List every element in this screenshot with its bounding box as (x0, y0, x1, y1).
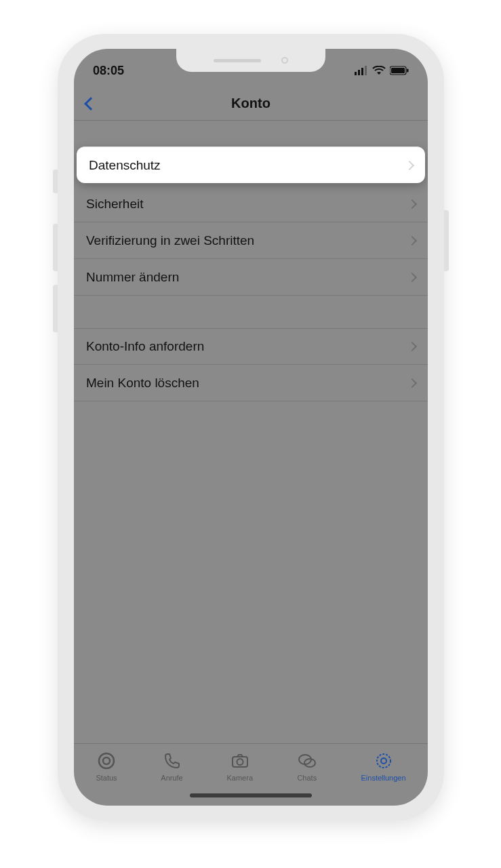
settings-list: DatenschutzSicherheitVerifizierung in zw… (74, 146, 428, 401)
row-konto-loeschen[interactable]: Mein Konto löschen (74, 365, 428, 401)
tab-chats[interactable]: Chats (297, 751, 317, 782)
volume-up-button (53, 224, 58, 271)
svg-point-7 (99, 753, 114, 768)
power-button (444, 210, 449, 271)
battery-icon (390, 66, 409, 75)
chevron-right-icon (407, 235, 417, 245)
tab-kamera[interactable]: Kamera (226, 751, 253, 782)
phone-frame: 08:05 Konto DatenschutzSicherheitVerifiz… (58, 34, 444, 821)
cellular-icon (355, 66, 368, 75)
row-label: Verifizierung in zwei Schritten (86, 233, 254, 248)
svg-rect-2 (361, 68, 363, 75)
chevron-right-icon (407, 342, 417, 351)
row-nummer-aendern[interactable]: Nummer ändern (74, 259, 428, 296)
row-label: Datenschutz (89, 158, 161, 173)
tab-chats-icon (297, 751, 317, 771)
svg-rect-3 (365, 66, 367, 75)
notch (176, 49, 325, 72)
svg-point-8 (103, 757, 110, 764)
volume-down-button (53, 285, 58, 332)
status-time: 08:05 (93, 64, 124, 78)
tab-einstellungen-icon (374, 751, 394, 771)
speaker (214, 59, 261, 62)
row-label: Nummer ändern (86, 270, 179, 285)
tab-label: Status (96, 774, 117, 782)
page-title: Konto (74, 96, 428, 111)
tab-status-icon (96, 751, 117, 771)
nav-header: Konto (74, 87, 428, 121)
front-camera (281, 57, 288, 64)
svg-point-10 (237, 759, 243, 765)
row-konto-info[interactable]: Konto-Info anfordern (74, 328, 428, 365)
chevron-right-icon (407, 199, 417, 208)
tab-anrufe-icon (162, 751, 182, 771)
tab-label: Chats (297, 774, 317, 782)
row-label: Konto-Info anfordern (86, 339, 204, 354)
row-verifizierung[interactable]: Verifizierung in zwei Schritten (74, 222, 428, 259)
row-datenschutz[interactable]: Datenschutz (77, 146, 425, 183)
svg-rect-1 (358, 70, 360, 75)
svg-point-14 (381, 758, 386, 764)
svg-point-13 (377, 754, 390, 768)
svg-rect-6 (407, 69, 409, 73)
row-label: Mein Konto löschen (86, 376, 199, 391)
tab-anrufe[interactable]: Anrufe (161, 751, 182, 782)
status-icons (355, 66, 409, 75)
tab-label: Kamera (226, 774, 253, 782)
chevron-right-icon (407, 272, 417, 281)
tab-label: Einstellungen (361, 774, 406, 782)
tab-label: Anrufe (161, 774, 182, 782)
tab-kamera-icon (230, 751, 250, 771)
chevron-right-icon (407, 378, 417, 387)
row-sicherheit[interactable]: Sicherheit (74, 186, 428, 222)
screen: 08:05 Konto DatenschutzSicherheitVerifiz… (74, 49, 428, 806)
row-label: Sicherheit (86, 197, 144, 212)
svg-rect-0 (355, 72, 357, 75)
home-indicator[interactable] (190, 793, 312, 797)
chevron-right-icon (405, 160, 414, 170)
tab-einstellungen[interactable]: Einstellungen (361, 751, 406, 782)
svg-rect-5 (391, 68, 405, 73)
wifi-icon (372, 66, 386, 75)
tab-status[interactable]: Status (96, 751, 117, 782)
